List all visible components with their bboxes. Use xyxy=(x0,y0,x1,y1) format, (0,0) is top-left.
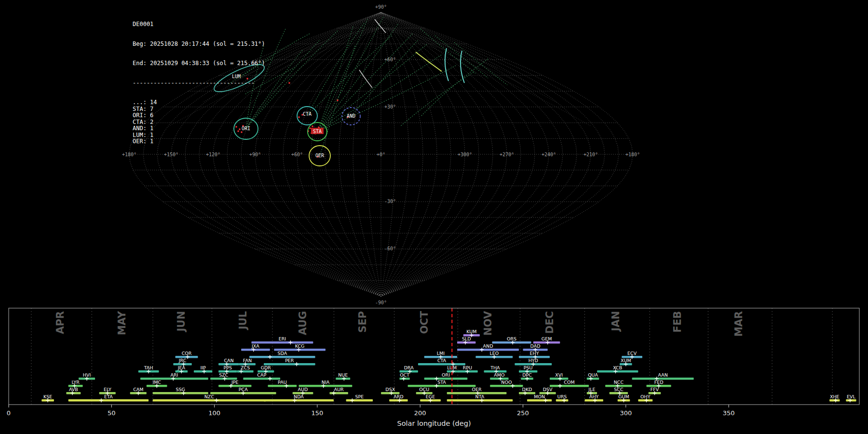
month-label: AUG xyxy=(297,311,309,335)
shower-activity-bar xyxy=(153,399,266,402)
shower-code-label: JLE xyxy=(588,387,595,392)
shower-code-label: FAN xyxy=(243,358,252,363)
shower-count-line: LUM: 1 xyxy=(133,132,265,139)
decor-curve xyxy=(326,28,382,48)
shower-code-label: JXA xyxy=(251,343,259,349)
station-id: DE0001 xyxy=(133,21,265,28)
shower-code-label: ARI xyxy=(170,372,178,378)
shower-code-label: DSX xyxy=(385,387,395,392)
shower-code-label: EVL xyxy=(847,394,856,399)
meteor-arc xyxy=(461,51,464,83)
longitude-label: +300° xyxy=(458,152,472,157)
observation-end: End: 20251029 04:38:33 (sol = 215.66°) xyxy=(133,60,265,67)
shower-code-label: OHY xyxy=(640,394,651,399)
shower-code-label: LMI xyxy=(437,351,445,356)
meteor-arc xyxy=(416,52,442,71)
shower-code-label: STA xyxy=(437,380,446,385)
shower-code-label: PAU xyxy=(278,380,287,385)
shower-activity-bar xyxy=(556,399,569,402)
shower-count-line: CTA: 2 xyxy=(133,119,265,126)
shower-code-label: CTA xyxy=(437,358,447,363)
shower-code-label: AUD xyxy=(298,387,308,392)
meteor-track xyxy=(454,42,507,85)
shower-code-label: GEM xyxy=(542,336,552,341)
shower-code-label: IMC xyxy=(152,380,161,385)
shower-code-label: EHY xyxy=(530,351,539,356)
shower-code-label: AMO xyxy=(494,372,504,378)
shower-code-label: JRC xyxy=(178,358,187,363)
detection-marker xyxy=(310,128,311,129)
meteor-track xyxy=(420,59,488,117)
shower-code-label: XVI xyxy=(555,372,563,378)
shower-code-label: NUE xyxy=(338,372,348,378)
shower-code-label: DRA xyxy=(404,365,414,370)
x-axis-title: Solar longitude (deg) xyxy=(397,420,471,427)
axis-tick-label: 100 xyxy=(208,409,220,417)
shower-activity-bar xyxy=(268,385,297,387)
shower-code-label: AND xyxy=(483,343,493,349)
axis-tick-label: 150 xyxy=(311,409,323,417)
shower-count-line: ...: 14 xyxy=(133,99,265,106)
longitude-label: +270° xyxy=(500,152,514,157)
meridian-line xyxy=(381,13,451,297)
shower-code-label: CAP xyxy=(257,372,266,378)
pole-label-south: -90° xyxy=(375,300,387,305)
shower-code-label: COR xyxy=(182,351,192,356)
shower-code-label: DAD xyxy=(530,343,541,349)
shower-activity-bar xyxy=(519,392,535,394)
shower-code-label: URS xyxy=(557,394,567,399)
shower-count-line: ORI: 6 xyxy=(133,112,265,119)
shower-code-label: PSU xyxy=(524,365,533,370)
peak-marker xyxy=(288,340,292,344)
shower-code-label: FFV xyxy=(651,387,659,392)
detection-marker xyxy=(289,82,290,84)
shower-code-label: SCC xyxy=(614,387,624,392)
meteor-track xyxy=(317,55,441,132)
shower-code-label: HYD xyxy=(529,358,538,363)
shower-activity-bar xyxy=(550,385,589,387)
shower-code-label: GUM xyxy=(618,394,629,399)
meridian-line xyxy=(381,13,423,297)
shower-activity-bar xyxy=(418,363,465,366)
month-label: FEB xyxy=(672,311,683,333)
shower-code-label: SSG xyxy=(176,387,185,392)
month-label: JAN xyxy=(610,311,622,332)
month-label: SEP xyxy=(357,311,368,333)
peak-marker xyxy=(558,384,562,388)
shower-code-label: SDA xyxy=(278,351,287,356)
shower-activity-bar xyxy=(527,399,552,402)
shower-code-label: TAH xyxy=(144,365,153,370)
shower-code-label: JEA xyxy=(177,365,186,370)
pole-label-north: +90° xyxy=(375,4,387,10)
shower-code-label: COM xyxy=(564,380,574,385)
latitude-label: -60° xyxy=(384,246,396,251)
shower-code-label: AAN xyxy=(658,372,667,378)
shower-activity-bar xyxy=(457,349,519,351)
axis-tick-label: 50 xyxy=(108,409,116,417)
shower-code-label: RPU xyxy=(463,365,472,370)
shower-activity-bar xyxy=(153,392,208,394)
shower-code-label: ERI xyxy=(279,336,286,341)
radiant-label: CTA xyxy=(303,111,312,117)
shower-activity-bar xyxy=(241,349,270,351)
shower-code-label: JPE xyxy=(231,380,239,385)
decor-curve xyxy=(260,28,382,68)
shower-code-label: OER xyxy=(472,387,481,392)
longitude-label: +210° xyxy=(583,152,598,157)
month-label: NOV xyxy=(482,311,494,336)
month-label: OCT xyxy=(419,311,430,334)
month-label: MAY xyxy=(116,311,128,335)
shower-code-label: OCT xyxy=(400,372,409,378)
shower-code-label: SLD xyxy=(462,336,471,341)
shower-activity-bar xyxy=(447,399,513,402)
shower-activity-bar xyxy=(243,378,280,380)
shower-code-label: CAN xyxy=(224,358,233,363)
radiant-label: AND xyxy=(347,113,355,119)
shower-code-label: OCU xyxy=(419,387,429,392)
shower-code-label: IIP xyxy=(200,365,206,370)
shower-code-label: AHY xyxy=(589,394,599,399)
detection-marker xyxy=(312,126,313,127)
axis-tick-label: 0 xyxy=(7,409,11,417)
shower-activity-bar xyxy=(490,385,523,387)
shower-code-label: ELY xyxy=(104,387,111,392)
